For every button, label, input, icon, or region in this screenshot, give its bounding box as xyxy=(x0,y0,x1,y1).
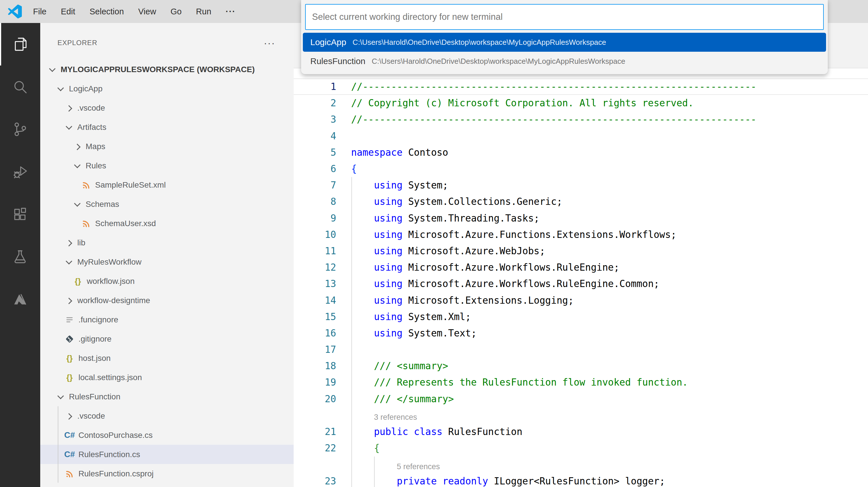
code-line-6[interactable]: 6{ xyxy=(293,161,868,177)
xml-file-icon xyxy=(81,180,91,190)
tree-item-label: workflow-designtime xyxy=(77,296,150,305)
code-line-2[interactable]: 2// Copyright (c) Microsoft Corporation.… xyxy=(293,95,868,111)
csharp-file-icon: C# xyxy=(64,450,75,459)
tree-item-schemas[interactable]: Schemas xyxy=(40,194,293,214)
tree-item-label: Schemas xyxy=(86,200,119,209)
chevron-down-icon xyxy=(58,85,64,91)
tree-item-rulesfunction.cs[interactable]: C#RulesFunction.cs xyxy=(40,445,293,464)
code-line-21[interactable]: 21 public class RulesFunction xyxy=(293,424,868,440)
menu-run[interactable]: Run xyxy=(189,0,218,23)
json-file-icon: {} xyxy=(66,373,73,382)
tree-item-.gitignore[interactable]: .gitignore xyxy=(40,329,293,348)
code-line-16[interactable]: 16 using System.Text; xyxy=(293,325,868,341)
tree-item-maps[interactable]: Maps xyxy=(40,137,293,156)
tree-item-mylogicapprulesworkspace-workspace-[interactable]: MYLOGICAPPRULESWORKSPACE (WORKSPACE) xyxy=(40,60,293,79)
tree-item-.funcignore[interactable]: .funcignore xyxy=(40,310,293,329)
line-number: 8 xyxy=(293,196,336,207)
activitybar-files-icon[interactable] xyxy=(0,23,40,65)
quick-pick-input[interactable] xyxy=(305,4,824,30)
code-line-4[interactable]: 4 xyxy=(293,128,868,144)
codelens-references-link[interactable]: 5 references xyxy=(397,462,440,471)
activity-bar xyxy=(0,23,40,487)
csharp-file-icon: C# xyxy=(64,430,75,440)
editor-indent-guide xyxy=(374,457,375,487)
menu-bar: FileEditSelectionViewGoRun··· xyxy=(26,0,243,23)
activitybar-extensions-icon[interactable] xyxy=(0,193,40,236)
menu-selection[interactable]: Selection xyxy=(83,0,131,23)
tree-item-host.json[interactable]: {}host.json xyxy=(40,348,293,368)
code-line-9[interactable]: 9 using System.Threading.Tasks; xyxy=(293,210,868,226)
code-line-18[interactable]: 18 /// <summary> xyxy=(293,358,868,374)
tree-item-label: LogicApp xyxy=(69,84,102,93)
quick-pick-item-description: C:\Users\Harold\OneDrive\Desktop\workspa… xyxy=(372,57,625,66)
tree-item-.vscode[interactable]: .vscode xyxy=(40,98,293,118)
tree-item-schemauser.xsd[interactable]: SchemaUser.xsd xyxy=(40,214,293,233)
tree-item-label: ContosoPurchase.cs xyxy=(79,431,153,440)
menu-edit[interactable]: Edit xyxy=(54,0,83,23)
line-number: 14 xyxy=(293,295,336,306)
quick-pick-item-description: C:\Users\Harold\OneDrive\Desktop\workspa… xyxy=(352,38,606,47)
menu-file[interactable]: File xyxy=(26,0,54,23)
tree-item-label: MYLOGICAPPRULESWORKSPACE (WORKSPACE) xyxy=(61,65,255,74)
explorer-header: EXPLORER ··· xyxy=(40,23,293,60)
tree-item-.vscode[interactable]: .vscode xyxy=(40,406,293,426)
quick-pick-list: LogicAppC:\Users\Harold\OneDrive\Desktop… xyxy=(301,33,828,71)
codelens-row: 3 references xyxy=(293,407,868,424)
tree-item-rules[interactable]: Rules xyxy=(40,156,293,175)
menu-view[interactable]: View xyxy=(131,0,163,23)
vscode-window: FileEditSelectionViewGoRun··· EXPLORER ·… xyxy=(0,0,868,487)
code-line-1[interactable]: 1//-------------------------------------… xyxy=(293,79,868,95)
activitybar-search-icon[interactable] xyxy=(0,65,40,108)
tree-item-rulesfunction[interactable]: RulesFunction xyxy=(40,387,293,406)
code-line-13[interactable]: 13 using Microsoft.Azure.Workflows.RuleE… xyxy=(293,276,868,292)
menu-more-icon[interactable]: ··· xyxy=(218,0,243,23)
code-line-14[interactable]: 14 using Microsoft.Extensions.Logging; xyxy=(293,292,868,308)
tree-item-myrulesworkflow[interactable]: MyRulesWorkflow xyxy=(40,252,293,272)
activitybar-testing-icon[interactable] xyxy=(0,236,40,278)
quick-pick-item-logicapp[interactable]: LogicAppC:\Users\Harold\OneDrive\Desktop… xyxy=(303,33,826,52)
explorer-more-actions-icon[interactable]: ··· xyxy=(264,40,275,46)
tree-item-local.settings.json[interactable]: {}local.settings.json xyxy=(40,368,293,387)
code-line-text: //--------------------------------------… xyxy=(351,81,756,92)
code-line-20[interactable]: 20 /// </summary> xyxy=(293,391,868,407)
code-editor[interactable]: 1//-------------------------------------… xyxy=(293,68,868,487)
tree-item-label: RulesFunction xyxy=(69,392,120,401)
codelens-references-link[interactable]: 3 references xyxy=(374,413,417,422)
tree-item-sampleruleset.xml[interactable]: SampleRuleSet.xml xyxy=(40,175,293,194)
tree-item-workflow-designtime[interactable]: workflow-designtime xyxy=(40,291,293,310)
chevron-right-icon xyxy=(66,105,72,112)
code-line-7[interactable]: 7 using System; xyxy=(293,177,868,193)
code-line-text: using System.Xml; xyxy=(351,311,471,323)
tree-item-lib[interactable]: lib xyxy=(40,233,293,252)
tree-item-logicapp[interactable]: LogicApp xyxy=(40,79,293,98)
activitybar-run-debug-icon[interactable] xyxy=(0,151,40,193)
code-line-3[interactable]: 3//-------------------------------------… xyxy=(293,111,868,128)
code-line-5[interactable]: 5namespace Contoso xyxy=(293,144,868,161)
code-line-11[interactable]: 11 using Microsoft.Azure.WebJobs; xyxy=(293,243,868,259)
menu-go[interactable]: Go xyxy=(163,0,189,23)
tree-item-label: workflow.json xyxy=(87,277,135,286)
code-line-23[interactable]: 23 private readonly ILogger<RulesFunctio… xyxy=(293,473,868,487)
code-line-15[interactable]: 15 using System.Xml; xyxy=(293,309,868,325)
code-line-22[interactable]: 22 { xyxy=(293,440,868,456)
code-line-12[interactable]: 12 using Microsoft.Azure.Workflows.RuleE… xyxy=(293,259,868,276)
tree-item-artifacts[interactable]: Artifacts xyxy=(40,118,293,137)
chevron-right-icon xyxy=(66,413,72,420)
quick-pick-item-rulesfunction[interactable]: RulesFunctionC:\Users\Harold\OneDrive\De… xyxy=(303,52,826,71)
line-number: 15 xyxy=(293,311,336,323)
code-line-19[interactable]: 19 /// Represents the RulesFunction flow… xyxy=(293,374,868,391)
tree-item-workflow.json[interactable]: {}workflow.json xyxy=(40,272,293,291)
tree-item-contosopurchase.cs[interactable]: C#ContosoPurchase.cs xyxy=(40,426,293,445)
code-line-17[interactable]: 17 xyxy=(293,341,868,358)
tree-item-label: host.json xyxy=(79,354,111,363)
code-line-10[interactable]: 10 using Microsoft.Azure.Functions.Exten… xyxy=(293,226,868,243)
line-number: 22 xyxy=(293,443,336,454)
activitybar-source-control-icon[interactable] xyxy=(0,108,40,151)
codelens-row: 5 references xyxy=(293,456,868,473)
code-line-text: using System.Text; xyxy=(351,328,477,339)
tree-item-rulesfunction.csproj[interactable]: RulesFunction.csproj xyxy=(40,464,293,483)
quick-pick-item-label: LogicApp xyxy=(310,37,346,47)
activitybar-azure-icon[interactable] xyxy=(0,278,40,321)
code-line-text: using Microsoft.Azure.WebJobs; xyxy=(351,245,545,256)
code-line-8[interactable]: 8 using System.Collections.Generic; xyxy=(293,193,868,210)
